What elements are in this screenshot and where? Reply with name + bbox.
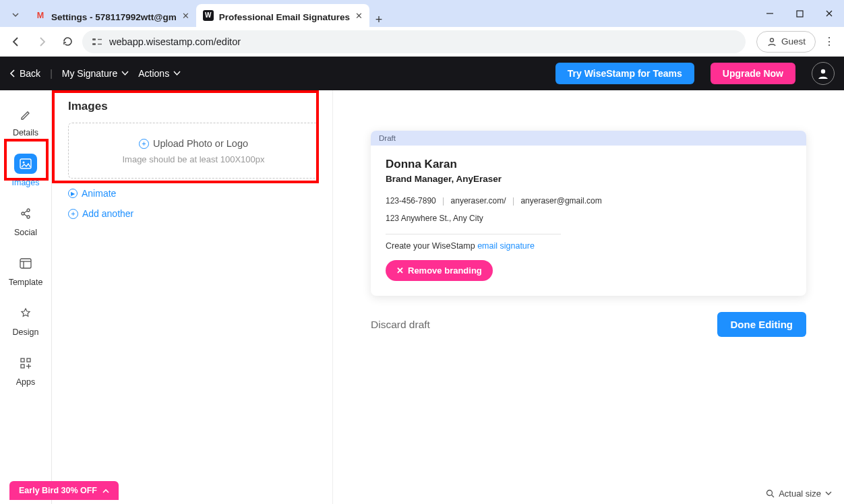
- browser-tab-active[interactable]: W Professional Email Signatures ✕: [196, 4, 369, 27]
- design-icon: [14, 303, 37, 323]
- done-editing-button[interactable]: Done Editing: [717, 312, 807, 337]
- browser-tab-inactive[interactable]: M Settings - 578117992wtt@gm ✕: [28, 4, 196, 27]
- tab-search-button[interactable]: [3, 3, 28, 27]
- animate-link[interactable]: ▶ Animate: [68, 188, 319, 199]
- close-window-button[interactable]: [814, 0, 844, 27]
- separator: |: [50, 68, 53, 79]
- website: anyeraser.com/: [451, 196, 506, 206]
- play-circle-icon: ▶: [68, 189, 78, 198]
- avatar[interactable]: [812, 62, 835, 85]
- forward-button[interactable]: [31, 31, 53, 53]
- offer-label: Early Bird 30% OFF: [19, 486, 97, 495]
- divider: [386, 234, 561, 234]
- back-label: Back: [20, 68, 40, 79]
- rail-item-images[interactable]: Images: [5, 150, 46, 194]
- rail-item-social[interactable]: Social: [5, 199, 46, 244]
- plus-circle-icon: +: [68, 209, 78, 219]
- site-settings-icon: [92, 37, 102, 46]
- svg-rect-20: [21, 358, 24, 362]
- svg-rect-17: [20, 259, 31, 268]
- actions-dropdown[interactable]: Actions: [138, 68, 181, 79]
- svg-point-12: [22, 212, 24, 215]
- svg-line-16: [24, 214, 28, 216]
- reload-button[interactable]: [57, 31, 78, 53]
- contact-line: 123-456-7890 | anyeraser.com/ | anyerase…: [386, 196, 791, 206]
- tab-title: Professional Email Signatures: [219, 12, 350, 22]
- address-bar[interactable]: webapp.wisestamp.com/editor: [82, 30, 746, 53]
- main-area: Details Images Social Template Design Ap…: [0, 90, 844, 504]
- upload-sub-text: Image should be at least 100X100px: [76, 154, 311, 164]
- svg-point-25: [767, 491, 773, 496]
- panel-heading: Images: [68, 100, 319, 113]
- browser-menu-button[interactable]: ⋮: [820, 35, 839, 48]
- rail-item-details[interactable]: Details: [5, 100, 46, 144]
- back-button[interactable]: [5, 31, 27, 53]
- side-rail: Details Images Social Template Design Ap…: [0, 90, 52, 504]
- browser-toolbar: webapp.wisestamp.com/editor Guest ⋮: [0, 27, 844, 57]
- add-another-label: Add another: [82, 208, 133, 219]
- signature-name: Donna Karan: [386, 158, 791, 171]
- images-panel: Images + Upload Photo or Logo Image shou…: [52, 90, 332, 504]
- wisestamp-icon: W: [203, 10, 214, 21]
- svg-rect-21: [27, 358, 30, 362]
- back-link[interactable]: Back: [9, 68, 40, 79]
- profile-chip[interactable]: Guest: [756, 31, 816, 53]
- window-controls: [755, 0, 844, 27]
- pencil-icon: [14, 104, 37, 124]
- rail-item-template[interactable]: Template: [5, 249, 46, 294]
- zoom-label: Actual size: [779, 489, 821, 499]
- share-icon: [14, 203, 37, 224]
- url-text: webapp.wisestamp.com/editor: [109, 36, 241, 47]
- signature-label: My Signature: [62, 68, 117, 79]
- chevron-down-icon: [121, 71, 129, 76]
- upgrade-button[interactable]: Upgrade Now: [711, 63, 795, 84]
- chevron-left-icon: [9, 69, 16, 77]
- guest-label: Guest: [781, 36, 806, 46]
- actions-label: Actions: [138, 68, 169, 79]
- rail-label: Images: [12, 178, 40, 187]
- add-another-link[interactable]: + Add another: [68, 208, 319, 219]
- discard-draft-link[interactable]: Discard draft: [371, 319, 430, 331]
- minimize-button[interactable]: [755, 0, 785, 27]
- address: 123 Anywhere St., Any City: [386, 214, 791, 223]
- remove-branding-label: Remove branding: [408, 265, 482, 276]
- app-bar: Back | My Signature Actions Try WiseStam…: [0, 57, 844, 90]
- close-icon[interactable]: ✕: [355, 11, 363, 21]
- chevron-down-icon: [173, 71, 181, 76]
- rail-label: Details: [13, 128, 38, 137]
- svg-point-9: [821, 69, 825, 73]
- rail-label: Design: [13, 327, 39, 337]
- person-icon: [766, 36, 777, 47]
- chevron-up-icon: [102, 489, 109, 493]
- remove-branding-button[interactable]: ✕ Remove branding: [386, 260, 493, 281]
- rail-item-apps[interactable]: Apps: [5, 349, 46, 393]
- browser-tab-strip: M Settings - 578117992wtt@gm ✕ W Profess…: [0, 0, 844, 27]
- maximize-button[interactable]: [785, 0, 814, 27]
- teams-button[interactable]: Try WiseStamp for Teams: [555, 63, 694, 84]
- svg-point-14: [27, 216, 30, 218]
- upload-box[interactable]: + Upload Photo or Logo Image should be a…: [68, 123, 319, 179]
- person-icon: [816, 67, 830, 80]
- preview-footer: Discard draft Done Editing: [371, 312, 806, 337]
- magnify-icon: [766, 489, 775, 498]
- close-icon: ✕: [396, 265, 404, 276]
- svg-line-15: [24, 211, 28, 213]
- signature-card: Draft Donna Karan Brand Manager, AnyEras…: [371, 131, 806, 296]
- image-icon: [14, 154, 37, 174]
- chevron-down-icon: [825, 491, 832, 496]
- signature-dropdown[interactable]: My Signature: [62, 68, 129, 79]
- svg-line-26: [772, 495, 775, 498]
- svg-rect-5: [92, 43, 96, 45]
- branding-link[interactable]: email signature: [477, 241, 535, 251]
- rail-item-design[interactable]: Design: [5, 299, 46, 344]
- early-bird-offer[interactable]: Early Bird 30% OFF: [9, 481, 119, 500]
- new-tab-button[interactable]: +: [369, 13, 388, 27]
- close-icon[interactable]: ✕: [182, 11, 189, 21]
- zoom-control[interactable]: Actual size: [766, 489, 832, 499]
- phone: 123-456-7890: [386, 196, 436, 206]
- gmail-icon: M: [35, 10, 46, 21]
- preview-area: Draft Donna Karan Brand Manager, AnyEras…: [332, 90, 844, 504]
- tab-title: Settings - 578117992wtt@gm: [51, 12, 177, 22]
- branding-line: Create your WiseStamp email signature: [386, 241, 791, 251]
- svg-point-13: [27, 209, 30, 212]
